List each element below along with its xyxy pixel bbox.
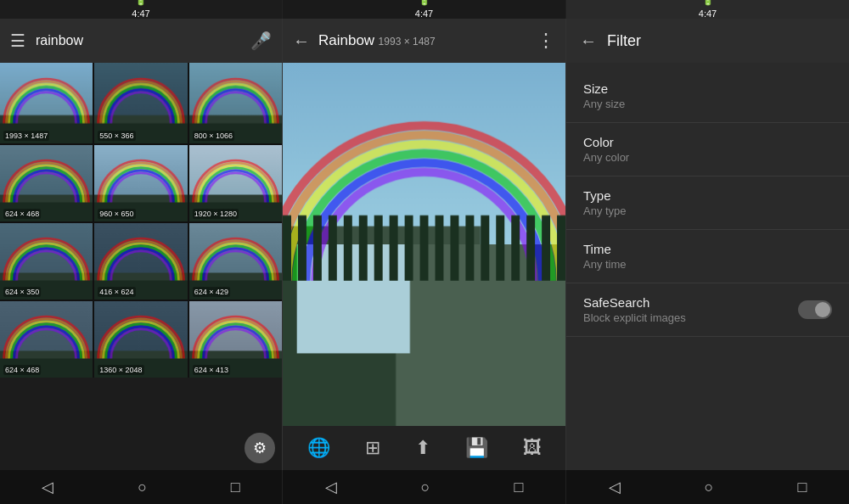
search-input[interactable]: [36, 33, 240, 48]
back-button-mid[interactable]: ←: [293, 31, 310, 51]
nav-bar-left: ◁ ○ □: [0, 470, 283, 504]
image-label: 416 × 624: [98, 287, 135, 297]
menu-icon[interactable]: ☰: [10, 31, 25, 51]
status-bar-left: 3G 🔋 4:47: [0, 0, 283, 19]
filter-value: Any time: [583, 258, 627, 271]
image-label: 624 × 429: [193, 287, 230, 297]
image-grid: 1993 × 1487550 × 366800 × 1066624 × 4689…: [0, 63, 282, 378]
status-bars: 3G 🔋 4:47 3G 🔋 4:47 3G 🔋 4:47: [0, 0, 849, 19]
grid-item[interactable]: 624 × 429: [189, 223, 282, 300]
mid-title-area: Rainbow 1993 × 1487: [318, 32, 528, 49]
filter-label: Type: [583, 188, 627, 203]
filter-item-text: TimeAny time: [583, 242, 627, 271]
grid-item[interactable]: 960 × 650: [94, 145, 187, 221]
filter-value: Any size: [583, 98, 625, 110]
recent-nav-left[interactable]: □: [219, 473, 252, 501]
time-mid: 4:47: [415, 8, 433, 19]
back-nav-mid[interactable]: ◁: [313, 473, 349, 501]
toggle-thumb: [815, 302, 830, 317]
filter-fab-button[interactable]: ⚙: [245, 433, 275, 463]
grid-item[interactable]: 800 × 1066: [189, 63, 282, 143]
mid-toolbar: ← Rainbow 1993 × 1487 ⋮: [283, 19, 565, 63]
more-options-button[interactable]: ⋮: [537, 30, 555, 52]
filter-list: SizeAny sizeColorAny colorTypeAny typeTi…: [566, 63, 849, 470]
image-label: 1993 × 1487: [3, 131, 49, 141]
grid-item[interactable]: 624 × 468: [0, 301, 93, 378]
globe-icon[interactable]: 🌐: [302, 432, 335, 464]
back-nav-right[interactable]: ◁: [597, 473, 633, 501]
filter-item-text: ColorAny color: [583, 135, 629, 164]
mid-bottom-bar: 🌐 ⊞ ⬆ 💾 🖼: [283, 426, 565, 470]
filter-label: SafeSearch: [583, 295, 686, 310]
grid-item[interactable]: 1360 × 2048: [94, 301, 187, 378]
status-bar-right: 3G 🔋 4:47: [566, 0, 849, 19]
time-right: 4:47: [699, 8, 717, 19]
image-label: 624 × 468: [3, 209, 41, 219]
share-icon[interactable]: ⬆: [410, 432, 436, 464]
battery-icon: 🔋: [135, 0, 147, 6]
gallery-icon[interactable]: 🖼: [518, 432, 547, 464]
filter-value: Block explicit images: [583, 311, 686, 324]
filter-item-type[interactable]: TypeAny type: [566, 176, 849, 230]
time-left: 4:47: [132, 8, 149, 19]
search-bar: ☰ 🎤: [0, 19, 282, 63]
grid-item[interactable]: 1920 × 1280: [189, 145, 282, 221]
grid-item[interactable]: 624 × 413: [189, 301, 282, 378]
grid-item[interactable]: 624 × 468: [0, 145, 93, 221]
grid-item[interactable]: 624 × 350: [0, 223, 93, 300]
home-nav-right[interactable]: ○: [693, 473, 726, 501]
image-label: 1360 × 2048: [98, 365, 143, 375]
status-bar-mid: 3G 🔋 4:47: [283, 0, 566, 19]
recent-nav-right[interactable]: □: [786, 473, 819, 501]
image-label: 800 × 1066: [193, 131, 234, 141]
nav-bar-right: ◁ ○ □: [566, 470, 849, 504]
image-label: 1920 × 1280: [193, 209, 239, 219]
back-nav-left[interactable]: ◁: [30, 473, 65, 501]
image-search-icon[interactable]: ⊞: [360, 432, 385, 464]
filter-label: Size: [583, 81, 625, 96]
grid-item[interactable]: 550 × 366: [94, 63, 187, 143]
mic-icon[interactable]: 🎤: [250, 31, 272, 51]
filter-value: Any color: [583, 151, 629, 164]
back-button-filter[interactable]: ←: [580, 31, 597, 51]
image-label: 960 × 650: [98, 209, 135, 219]
filter-value: Any type: [583, 204, 627, 217]
home-nav-left[interactable]: ○: [126, 473, 159, 501]
battery-icon-mid: 🔋: [419, 0, 430, 6]
save-icon[interactable]: 💾: [460, 432, 493, 464]
main-image: [283, 63, 565, 426]
battery-icon-right: 🔋: [702, 0, 714, 6]
image-label: 624 × 468: [3, 365, 41, 375]
right-panel: ← Filter SizeAny sizeColorAny colorTypeA…: [566, 19, 849, 470]
filter-item-size[interactable]: SizeAny size: [566, 70, 849, 123]
home-nav-mid[interactable]: ○: [409, 473, 442, 501]
image-grid-wrapper: 1993 × 1487550 × 366800 × 1066624 × 4689…: [0, 63, 282, 470]
filter-item-text: SafeSearchBlock explicit images: [583, 295, 686, 324]
safesearch-toggle[interactable]: [798, 300, 832, 319]
grid-item[interactable]: 416 × 624: [94, 223, 187, 300]
image-label: 624 × 350: [3, 287, 41, 297]
filter-item-color[interactable]: ColorAny color: [566, 123, 849, 176]
nav-bars: ◁ ○ □ ◁ ○ □ ◁ ○ □: [0, 470, 849, 504]
mid-panel: ← Rainbow 1993 × 1487 ⋮ 🌐 ⊞ ⬆ 💾 🖼: [283, 19, 566, 470]
left-panel: ☰ 🎤 1993 × 1487550 × 366800 × 1066624 × …: [0, 19, 283, 470]
filter-item-text: TypeAny type: [583, 188, 627, 217]
filter-title: Filter: [607, 32, 641, 50]
image-label: 550 × 366: [98, 131, 135, 141]
filter-label: Color: [583, 135, 629, 149]
filter-label: Time: [583, 242, 627, 256]
image-label: 624 × 413: [193, 365, 230, 375]
image-dimensions: 1993 × 1487: [379, 36, 436, 48]
grid-item[interactable]: 1993 × 1487: [0, 63, 93, 143]
app-body: ☰ 🎤 1993 × 1487550 × 366800 × 1066624 × …: [0, 19, 849, 470]
image-title: Rainbow: [318, 32, 374, 48]
main-image-area: [283, 63, 565, 426]
filter-toolbar: ← Filter: [566, 19, 849, 63]
filter-item-text: SizeAny size: [583, 81, 625, 110]
recent-nav-mid[interactable]: □: [503, 473, 536, 501]
nav-bar-mid: ◁ ○ □: [283, 470, 566, 504]
filter-item-time[interactable]: TimeAny time: [566, 230, 849, 283]
filter-item-safesearch[interactable]: SafeSearchBlock explicit images: [566, 283, 849, 337]
